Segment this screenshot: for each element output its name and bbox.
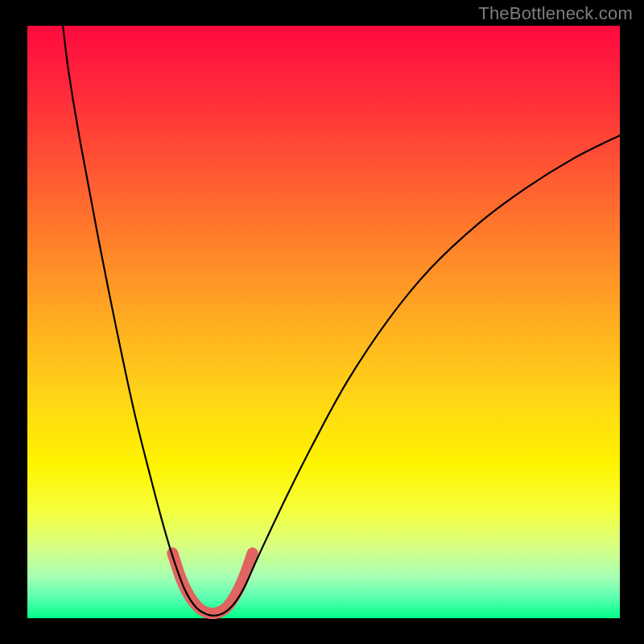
- watermark-text: TheBottleneck.com: [478, 3, 633, 24]
- bottleneck-chart: [0, 0, 644, 644]
- plot-background: [27, 26, 620, 618]
- chart-frame: TheBottleneck.com: [0, 0, 644, 644]
